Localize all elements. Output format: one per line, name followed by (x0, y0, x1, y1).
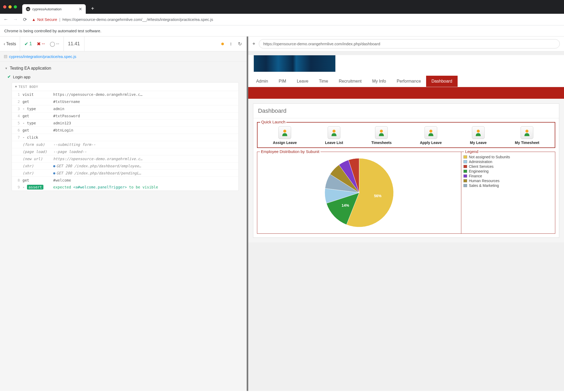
minimize-window-icon[interactable] (8, 5, 12, 8)
command-row[interactable]: 8get#welcome (12, 177, 238, 184)
viewport-icon[interactable]: ↕ (230, 41, 232, 47)
forward-button[interactable]: → (13, 17, 18, 22)
step-number: 4 (14, 114, 21, 118)
legend-item: Not assigned to Subunits (463, 155, 553, 159)
charts-row: Employee Distribution by Subunit 56%14% … (257, 152, 555, 234)
quick-launch-apply-leave[interactable]: Apply Leave (420, 126, 441, 145)
legend-swatch-icon (463, 160, 467, 163)
step-value: #welcome (53, 178, 236, 182)
step-command: get (22, 100, 52, 104)
close-window-icon[interactable] (3, 5, 6, 8)
nav-item-pim[interactable]: PIM (273, 76, 291, 87)
quick-launch-assign-leave[interactable]: Assign Leave (273, 126, 297, 145)
dashboard-title: Dashboard (253, 104, 559, 118)
selector-playground-button[interactable]: ⌖ (252, 41, 255, 47)
command-row[interactable]: (form sub)--submitting form-- (12, 141, 238, 148)
step-command: - assert (22, 185, 52, 189)
nav-item-leave[interactable]: Leave (291, 76, 314, 87)
nav-item-my-info[interactable]: My Info (367, 76, 391, 87)
maximize-window-icon[interactable] (14, 5, 17, 8)
command-row[interactable]: (xhr)GET 200 /index.php/dashboard/pendin… (12, 170, 238, 177)
legend-label: Client Services (469, 164, 493, 169)
legend-label: Engineering (469, 169, 489, 173)
quick-launch-label: Assign Leave (273, 141, 297, 145)
nav-item-recruitment[interactable]: Recruitment (333, 76, 367, 87)
quick-launch-leave-list[interactable]: Leave List (325, 126, 343, 145)
step-number: 3 (14, 107, 21, 111)
legend-list: Not assigned to SubunitsAdministrationCl… (463, 155, 553, 188)
step-value: admin123 (53, 121, 236, 125)
legend-item: Sales & Marketing (463, 183, 553, 188)
back-button[interactable]: ← (3, 17, 8, 22)
svg-point-0 (283, 130, 286, 133)
quick-launch-label: Timesheets (371, 141, 392, 145)
suite-row[interactable]: ▼ Testing EA application (0, 64, 247, 73)
caret-down-icon: ▼ (15, 85, 17, 88)
spec-file-bar[interactable]: ▤ cypress/integration/practice/ea.spec.j… (0, 51, 247, 62)
command-row[interactable]: 6get#btnLogin (12, 127, 238, 134)
legend-label: Human Resources (469, 179, 499, 183)
step-command: visit (22, 92, 52, 97)
quick-launch-timesheets[interactable]: Timesheets (371, 126, 392, 145)
new-tab-button[interactable]: + (91, 6, 94, 12)
rerun-button[interactable]: ↻ (238, 41, 242, 47)
step-value: GET 200 /index.php/dashboard/employee… (53, 164, 236, 168)
chevron-left-icon: ‹ (4, 42, 5, 46)
command-row[interactable]: 7 - click (12, 134, 238, 141)
quick-launch-icon (425, 126, 437, 139)
legend-panel: Legend Not assigned to SubunitsAdministr… (461, 152, 555, 234)
step-command: - type (22, 107, 52, 111)
test-row[interactable]: ✔ Login app (0, 73, 247, 81)
quick-launch-label: Leave List (325, 141, 343, 145)
test-body-label: TEST BODY (19, 85, 38, 89)
command-row[interactable]: (xhr)GET 200 /index.php/dashboard/employ… (12, 163, 238, 170)
nav-item-admin[interactable]: Admin (251, 76, 273, 87)
legend-label: Not assigned to Subunits (469, 155, 510, 159)
spec-path: cypress/integration/practice/ea.spec.js (9, 54, 76, 59)
nav-item-performance[interactable]: Performance (391, 76, 426, 87)
legend-label: Finance (469, 174, 482, 178)
command-row-assert[interactable]: 9 - assert expected <a#welcome.panelTrig… (12, 184, 238, 191)
tests-back-button[interactable]: ‹ Tests (0, 37, 20, 51)
assert-badge: assert (27, 185, 44, 190)
close-tab-icon[interactable]: ✕ (79, 7, 82, 12)
separator: | (59, 17, 60, 22)
quick-launch-my-leave[interactable]: My Leave (470, 126, 487, 145)
app-logo-banner (254, 55, 336, 72)
pie-label: 14% (342, 203, 349, 208)
url-text: https://opensource-demo.orangehrmlive.co… (62, 17, 213, 22)
nav-item-dashboard[interactable]: Dashboard (426, 76, 457, 87)
legend-label: Administration (469, 160, 492, 164)
url-input[interactable]: ▲ Not Secure | https://opensource-demo.o… (32, 17, 561, 22)
command-row[interactable]: 3 - typeadmin (12, 105, 238, 112)
tab-title: cypressAutomation (32, 7, 76, 11)
browser-tab[interactable]: cy cypressAutomation ✕ (22, 4, 86, 14)
step-value: --page loaded-- (53, 150, 236, 154)
command-row[interactable]: (new url)https://opensource-demo.orangeh… (12, 155, 238, 163)
command-row[interactable]: 1visithttps://opensource-demo.orangehrml… (12, 91, 238, 98)
step-value: GET 200 /index.php/dashboard/pendingL… (53, 171, 236, 175)
preview-url[interactable]: https://opensource-demo.orangehrmlive.co… (259, 39, 560, 48)
step-value: https://opensource-demo.orangehrmlive.c… (53, 157, 236, 161)
app-nav: AdminPIMLeaveTimeRecruitmentMy InfoPerfo… (248, 76, 564, 87)
tests-label: Tests (6, 42, 16, 46)
step-value: #txtUsername (53, 100, 236, 104)
step-command: - type (22, 121, 52, 125)
command-row[interactable]: 4get#txtPassword (12, 112, 238, 120)
command-row[interactable]: 5 - typeadmin123 (12, 120, 238, 127)
dashboard-card: Dashboard Quick Launch Assign LeaveLeave… (253, 103, 559, 238)
automation-notice: Chrome is being controlled by automated … (0, 25, 564, 37)
command-row[interactable]: (page load)--page loaded-- (12, 148, 238, 155)
command-row[interactable]: 2get#txtUsername (12, 98, 238, 105)
quick-launch-my-timesheet[interactable]: My Timesheet (515, 126, 539, 145)
security-indicator[interactable]: ▲ Not Secure (32, 17, 57, 22)
status-dot-icon (221, 43, 224, 45)
svg-point-3 (429, 130, 432, 133)
reload-button[interactable]: ⟳ (22, 17, 28, 22)
check-icon: ✔ (24, 41, 28, 47)
nav-item-time[interactable]: Time (314, 76, 333, 87)
test-body-header[interactable]: ▼ TEST BODY (12, 83, 238, 91)
legend-item: Human Resources (463, 178, 553, 183)
assert-selector: <a#welcome.panelTrigger> (73, 185, 127, 189)
pass-count: ✔1 (24, 41, 32, 47)
